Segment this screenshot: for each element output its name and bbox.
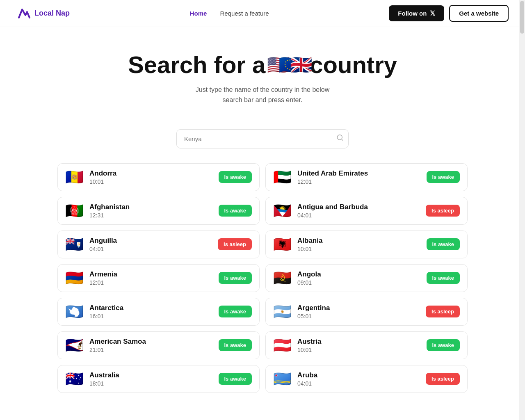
country-left: 🇦🇶 Antarctica 16:01 (65, 304, 123, 320)
country-name: Afghanistan (89, 203, 130, 211)
status-badge: Is asleep (426, 205, 460, 217)
search-button[interactable] (336, 134, 344, 144)
country-time: 05:01 (297, 313, 330, 320)
search-icon (336, 134, 344, 142)
country-name: Austria (297, 338, 322, 346)
search-bar (176, 129, 349, 148)
country-time: 10:01 (89, 178, 116, 185)
country-card[interactable]: 🇦🇴 Angola 09:01 Is awake (265, 264, 468, 292)
country-left: 🇦🇩 Andorra 10:01 (65, 169, 116, 185)
country-flag: 🇦🇸 (65, 338, 84, 353)
search-container (0, 129, 525, 148)
country-time: 10:01 (297, 347, 322, 353)
country-info: Austria 10:01 (297, 338, 322, 353)
country-name: United Arab Emirates (297, 169, 368, 178)
country-time: 04:01 (89, 246, 117, 252)
country-info: American Samoa 21:01 (89, 338, 146, 353)
nav-request-feature[interactable]: Request a feature (220, 10, 269, 17)
country-flag: 🇦🇩 (65, 170, 84, 185)
country-left: 🇦🇫 Afghanistan 12:31 (65, 203, 130, 219)
status-badge: Is awake (219, 306, 252, 317)
country-flag: 🇦🇮 (65, 237, 84, 252)
country-left: 🇦🇪 United Arab Emirates 12:01 (273, 169, 368, 185)
flag-gb: 🇬🇧 (290, 55, 313, 75)
country-flag: 🇦🇺 (65, 372, 84, 386)
nav-home[interactable]: Home (190, 10, 207, 17)
country-left: 🇦🇬 Antigua and Barbuda 04:01 (273, 203, 368, 219)
country-time: 18:01 (89, 380, 119, 387)
logo-text: Local Nap (34, 9, 70, 18)
search-input[interactable] (176, 129, 349, 148)
country-card[interactable]: 🇦🇷 Argentina 05:01 Is asleep (265, 298, 468, 326)
country-name: Angola (297, 270, 321, 278)
country-flag: 🇦🇱 (273, 237, 292, 252)
status-badge: Is awake (219, 339, 252, 351)
status-badge: Is asleep (426, 306, 460, 317)
country-flag: 🇦🇲 (65, 271, 84, 285)
logo[interactable]: Local Nap (16, 6, 70, 21)
country-card[interactable]: 🇦🇺 Australia 18:01 Is awake (57, 365, 260, 393)
country-card[interactable]: 🇦🇬 Antigua and Barbuda 04:01 Is asleep (265, 197, 468, 225)
svg-line-1 (341, 139, 342, 140)
header-actions: Follow on 𝕏 Get a website (389, 5, 509, 22)
status-badge: Is asleep (426, 373, 460, 385)
country-time: 04:01 (297, 212, 368, 219)
scroll-thumb[interactable] (520, 1, 524, 34)
hero-section: Search for a 🇺🇸 🇪🇺 🇬🇧 country Just type … (0, 27, 525, 118)
country-time: 12:31 (89, 212, 130, 219)
country-info: Armenia 12:01 (89, 270, 117, 286)
country-flag: 🇦🇷 (273, 304, 292, 319)
country-card[interactable]: 🇦🇮 Anguilla 04:01 Is asleep (57, 231, 260, 258)
country-card[interactable]: 🇦🇶 Antarctica 16:01 Is awake (57, 298, 260, 326)
status-badge: Is awake (427, 339, 460, 351)
status-badge: Is awake (219, 205, 252, 217)
x-icon: 𝕏 (430, 9, 435, 17)
country-left: 🇦🇷 Argentina 05:01 (273, 304, 330, 320)
country-info: Argentina 05:01 (297, 304, 330, 320)
country-flag: 🇦🇬 (273, 203, 292, 218)
get-website-button[interactable]: Get a website (449, 5, 509, 22)
country-name: Antigua and Barbuda (297, 203, 368, 211)
country-time: 09:01 (297, 279, 321, 286)
hero-title: Search for a 🇺🇸 🇪🇺 🇬🇧 country (8, 52, 517, 78)
country-left: 🇦🇹 Austria 10:01 (273, 338, 322, 353)
country-left: 🇦🇼 Aruba 04:01 (273, 371, 317, 387)
country-card[interactable]: 🇦🇫 Afghanistan 12:31 Is awake (57, 197, 260, 225)
country-info: Afghanistan 12:31 (89, 203, 130, 219)
logo-icon (16, 6, 31, 21)
country-card[interactable]: 🇦🇩 Andorra 10:01 Is awake (57, 163, 260, 191)
country-name: Argentina (297, 304, 330, 312)
country-grid: 🇦🇩 Andorra 10:01 Is awake 🇦🇪 United Arab… (45, 163, 480, 409)
country-info: United Arab Emirates 12:01 (297, 169, 368, 185)
country-left: 🇦🇸 American Samoa 21:01 (65, 338, 146, 353)
country-time: 16:01 (89, 313, 123, 320)
status-badge: Is asleep (218, 238, 252, 250)
country-info: Anguilla 04:01 (89, 237, 117, 252)
scrollbar[interactable] (519, 0, 525, 420)
country-card[interactable]: 🇦🇼 Aruba 04:01 Is asleep (265, 365, 468, 393)
country-time: 04:01 (297, 380, 317, 387)
follow-button[interactable]: Follow on 𝕏 (389, 5, 444, 21)
status-badge: Is awake (219, 373, 252, 385)
status-badge: Is awake (427, 272, 460, 284)
country-flag: 🇦🇫 (65, 203, 84, 218)
status-badge: Is awake (219, 171, 252, 183)
country-card[interactable]: 🇦🇪 United Arab Emirates 12:01 Is awake (265, 163, 468, 191)
country-card[interactable]: 🇦🇹 Austria 10:01 Is awake (265, 331, 468, 359)
hero-subtitle: Just type the name of the country in the… (8, 84, 517, 105)
country-card[interactable]: 🇦🇸 American Samoa 21:01 Is awake (57, 331, 260, 359)
country-left: 🇦🇺 Australia 18:01 (65, 371, 119, 387)
country-name: Australia (89, 371, 119, 379)
country-left: 🇦🇲 Armenia 12:01 (65, 270, 117, 286)
country-flag: 🇦🇪 (273, 170, 292, 185)
country-card[interactable]: 🇦🇲 Armenia 12:01 Is awake (57, 264, 260, 292)
follow-label: Follow on (398, 10, 427, 17)
status-badge: Is awake (427, 171, 460, 183)
hero-flags: 🇺🇸 🇪🇺 🇬🇧 (267, 52, 308, 77)
country-info: Aruba 04:01 (297, 371, 317, 387)
country-time: 12:01 (297, 178, 368, 185)
country-card[interactable]: 🇦🇱 Albania 10:01 Is awake (265, 231, 468, 258)
country-name: Armenia (89, 270, 117, 278)
country-info: Antigua and Barbuda 04:01 (297, 203, 368, 219)
country-left: 🇦🇱 Albania 10:01 (273, 237, 322, 252)
